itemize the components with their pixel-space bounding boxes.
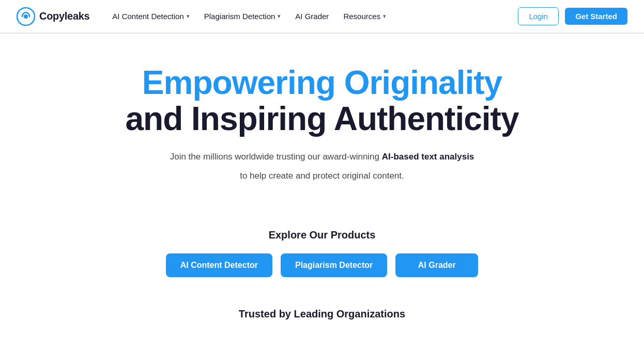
plagiarism-detector-button[interactable]: Plagiarism Detector: [281, 253, 387, 277]
nav-item-ai-grader[interactable]: AI Grader: [289, 8, 335, 25]
nav-item-ai-content-detection[interactable]: AI Content Detection ▾: [106, 8, 195, 25]
nav-actions: Login Get Started: [518, 7, 627, 25]
copyleaks-logo-icon: [17, 7, 35, 26]
get-started-button[interactable]: Get Started: [565, 8, 627, 25]
nav-links: AI Content Detection ▾ Plagiarism Detect…: [106, 8, 518, 25]
nav-item-resources[interactable]: Resources ▾: [337, 8, 392, 25]
logo-text: Copyleaks: [39, 10, 89, 22]
chevron-down-icon: ▾: [383, 13, 386, 20]
chevron-down-icon: ▾: [278, 13, 281, 20]
hero-section: Empowering Originality and Inspiring Aut…: [0, 34, 644, 224]
ai-content-detector-button[interactable]: AI Content Detector: [166, 253, 272, 277]
hero-subtitle-line2: to help create and protect original cont…: [240, 169, 404, 183]
products-section-title: Explore Our Products: [269, 229, 376, 241]
chevron-down-icon: ▾: [187, 13, 190, 20]
ai-grader-button[interactable]: AI Grader: [395, 253, 478, 277]
trusted-section: Trusted by Leading Organizations: [0, 298, 644, 325]
trusted-section-title: Trusted by Leading Organizations: [239, 308, 405, 320]
svg-point-1: [24, 14, 28, 19]
hero-title-line2: and Inspiring Authenticity: [126, 101, 519, 137]
hero-title-line1: Empowering Originality: [142, 65, 502, 101]
navbar: Copyleaks AI Content Detection ▾ Plagiar…: [0, 0, 644, 33]
hero-subtitle: Join the millions worldwide trusting our…: [170, 150, 474, 164]
nav-item-plagiarism-detection[interactable]: Plagiarism Detection ▾: [198, 8, 287, 25]
logo[interactable]: Copyleaks: [17, 7, 89, 26]
login-button[interactable]: Login: [518, 7, 559, 25]
products-buttons: AI Content Detector Plagiarism Detector …: [166, 253, 479, 277]
products-section: Explore Our Products AI Content Detector…: [0, 224, 644, 298]
